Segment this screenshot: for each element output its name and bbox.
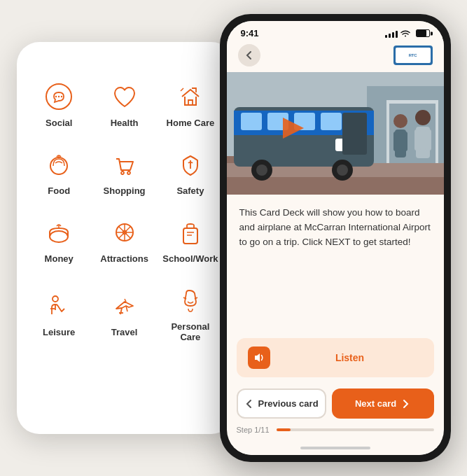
homecare-label: Home Care	[167, 118, 215, 128]
category-safety[interactable]: Safety	[158, 138, 222, 203]
prev-card-button[interactable]: Previous card	[237, 388, 326, 419]
leisure-label: Leisure	[43, 327, 75, 337]
progress-bar-fill	[277, 428, 291, 431]
category-travel[interactable]: Travel	[93, 274, 155, 349]
top-nav: RTC	[227, 41, 444, 72]
progress-label: Step 1/11	[237, 426, 270, 434]
progress-bar-track	[277, 428, 434, 431]
svg-rect-14	[183, 228, 197, 244]
svg-point-35	[337, 164, 348, 176]
svg-rect-43	[414, 130, 421, 150]
svg-point-41	[415, 110, 431, 125]
category-food[interactable]: Food	[28, 138, 90, 203]
category-schoolwork[interactable]: School/Work	[158, 206, 222, 271]
food-label: Food	[48, 186, 70, 196]
logo-badge: RTC	[393, 46, 433, 65]
phone-front: 9:41	[220, 14, 451, 462]
food-icon	[42, 148, 76, 181]
schoolwork-icon	[174, 216, 207, 249]
category-health[interactable]: Health	[93, 70, 155, 135]
shopping-label: Shopping	[104, 186, 146, 196]
wifi-icon	[400, 30, 410, 37]
shopping-icon	[108, 148, 141, 181]
svg-point-17	[53, 296, 58, 302]
svg-rect-46	[386, 100, 389, 163]
prev-card-label: Previous card	[258, 398, 319, 409]
safety-icon	[174, 148, 207, 181]
travel-icon	[108, 289, 141, 323]
personalcare-icon	[174, 284, 207, 317]
personalcare-label: Personal Care	[162, 321, 218, 342]
listen-button[interactable]: Listen	[237, 338, 434, 377]
card-content: This Card Deck will show you how to boar…	[227, 195, 444, 332]
category-personalcare[interactable]: Personal Care	[158, 274, 222, 349]
status-time: 9:41	[241, 28, 259, 38]
status-bar: 9:41	[227, 21, 444, 41]
phone-back: Social Health	[17, 42, 234, 434]
category-attractions[interactable]: Attractions	[93, 206, 155, 271]
svg-point-3	[61, 96, 62, 97]
safety-label: Safety	[176, 186, 204, 196]
money-label: Money	[45, 253, 74, 264]
prev-arrow-icon	[244, 399, 254, 409]
category-social[interactable]: Social	[28, 70, 90, 135]
progress-section: Step 1/11	[227, 423, 444, 441]
svg-rect-25	[241, 113, 262, 130]
social-label: Social	[46, 118, 72, 128]
svg-rect-47	[435, 100, 438, 163]
category-money[interactable]: Money	[28, 206, 90, 271]
svg-rect-31	[342, 113, 367, 155]
leisure-icon	[42, 289, 76, 323]
health-label: Health	[111, 118, 139, 128]
signal-icon	[385, 29, 398, 38]
travel-label: Travel	[111, 327, 138, 337]
svg-point-33	[256, 164, 267, 176]
homecare-icon	[174, 80, 207, 113]
svg-point-5	[121, 172, 124, 174]
battery-icon	[416, 29, 430, 37]
phone-front-inner: 9:41	[227, 21, 444, 455]
svg-rect-40	[402, 132, 407, 151]
social-icon	[42, 80, 76, 113]
svg-rect-28	[321, 113, 342, 130]
scene: Social Health	[17, 14, 451, 462]
svg-point-7	[50, 231, 68, 242]
svg-rect-39	[393, 132, 399, 151]
category-grid: Social Health	[28, 70, 223, 349]
svg-point-2	[58, 96, 60, 97]
svg-point-37	[393, 114, 407, 128]
attractions-label: Attractions	[100, 253, 148, 264]
svg-point-18	[405, 35, 406, 36]
money-icon	[42, 216, 76, 249]
attractions-icon	[108, 216, 141, 249]
category-leisure[interactable]: Leisure	[28, 274, 90, 349]
next-card-label: Next card	[355, 398, 396, 409]
category-shopping[interactable]: Shopping	[93, 138, 155, 203]
svg-point-1	[55, 96, 57, 97]
home-indicator	[227, 441, 444, 455]
listen-label: Listen	[277, 352, 423, 363]
home-indicator-bar	[300, 447, 370, 449]
card-image: 1710	[227, 72, 444, 195]
next-card-button[interactable]: Next card	[332, 388, 434, 419]
health-icon	[108, 80, 141, 113]
listen-icon	[248, 346, 270, 369]
svg-rect-44	[425, 130, 431, 150]
nav-buttons: Previous card Next card	[227, 383, 444, 423]
next-arrow-icon	[400, 399, 410, 409]
svg-rect-45	[388, 100, 437, 104]
back-button[interactable]	[238, 44, 260, 66]
category-homecare[interactable]: Home Care	[158, 70, 222, 135]
card-description: This Card Deck will show you how to boar…	[239, 206, 431, 250]
svg-point-6	[127, 172, 130, 174]
status-icons	[385, 29, 430, 38]
schoolwork-label: School/Work	[162, 253, 218, 264]
